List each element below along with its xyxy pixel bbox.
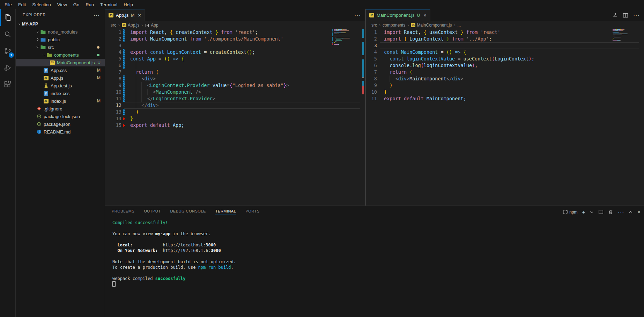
breadcrumb-separator: › (118, 23, 120, 28)
line-number: 6 (108, 62, 121, 69)
tree-item-node-modules[interactable]: node_modules (16, 28, 105, 36)
open-changes-icon[interactable] (612, 12, 618, 18)
breadcrumb-components[interactable]: components (383, 23, 405, 28)
tree-item--gitignore[interactable]: .gitignore (16, 105, 105, 113)
tree-item-package-lock-json[interactable]: package-lock.json (16, 113, 105, 120)
tree-item-index-js[interactable]: JSindex.jsM (16, 97, 105, 105)
git-status-badge: U (97, 60, 101, 65)
line-number: 6 (366, 62, 377, 69)
minimap[interactable] (334, 29, 360, 45)
git-modified-gutter (123, 75, 125, 102)
info-file-icon (36, 129, 42, 135)
activity-explorer-button[interactable] (0, 9, 15, 26)
terminal-output[interactable]: Compiled successfully!You can now view m… (105, 220, 644, 317)
breadcrumbs-right[interactable]: src›components›JSMainComponent.js›... (366, 21, 644, 29)
terminal-shell-item[interactable]: npm (563, 209, 577, 215)
breadcrumb-app[interactable]: App (145, 23, 158, 28)
code-line-15: 15export default App; (105, 122, 365, 129)
activity-run-debug-button[interactable] (0, 59, 15, 76)
folder-file-icon (40, 44, 46, 50)
tree-item-index-css[interactable]: #index.css (16, 89, 105, 97)
tab-app-js[interactable]: JS App.js M × (105, 9, 145, 21)
tree-item-app-js[interactable]: JSApp.jsM (16, 74, 105, 82)
tree-item-app-test-js[interactable]: App.test.js (16, 82, 105, 89)
menu-go[interactable]: Go (70, 0, 82, 9)
more-actions-icon[interactable]: ··· (633, 12, 640, 19)
line-number: 7 (366, 69, 377, 75)
line-number: 11 (366, 95, 377, 102)
code-line-2: 2import { LoginContext } from '../App'; (366, 36, 644, 42)
panel-tab-problems[interactable]: PROBLEMS (112, 209, 134, 215)
breadcrumb--[interactable]: ... (457, 23, 461, 28)
more-actions-icon[interactable]: ··· (354, 12, 361, 19)
activity-source-control-button[interactable]: 7 (0, 43, 15, 59)
more-actions-icon[interactable]: ··· (618, 209, 624, 215)
menu-run[interactable]: Run (82, 0, 97, 9)
new-terminal-icon[interactable]: + (582, 209, 585, 215)
chevron-down-icon (35, 45, 40, 49)
split-terminal-icon[interactable] (598, 209, 604, 215)
editor-app-js[interactable]: 1import React, { createContext } from 'r… (105, 29, 365, 206)
terminal-line: webpack compiled successfully (112, 276, 186, 281)
git-deleted-marker (123, 124, 125, 127)
menu-edit[interactable]: Edit (15, 0, 29, 9)
breadcrumb-maincomponent-js[interactable]: JSMainComponent.js (411, 23, 452, 28)
js-file-icon: JS (49, 60, 55, 65)
menu-selection[interactable]: Selection (29, 0, 54, 9)
activity-search-button[interactable] (0, 26, 15, 43)
panel-tab-ports[interactable]: PORTS (245, 209, 259, 215)
chevron-right-icon (35, 30, 40, 34)
tab-maincomponent-js[interactable]: JS MainComponent.js U × (366, 9, 430, 21)
code-line-2: 2import MainComponent from './components… (105, 36, 365, 42)
kill-terminal-icon[interactable] (608, 209, 613, 215)
menu-terminal[interactable]: Terminal (97, 0, 120, 9)
code-line-9: 9 <LoginContext.Provider value={"Logined… (105, 82, 365, 89)
panel-tab-terminal[interactable]: TERMINAL (215, 209, 236, 215)
menu-view[interactable]: View (54, 0, 70, 9)
maximize-panel-icon[interactable] (629, 210, 633, 214)
tree-item-src[interactable]: src (16, 43, 105, 51)
activity-extensions-button[interactable] (0, 76, 15, 93)
tree-item-components[interactable]: components (16, 51, 105, 59)
menu-help[interactable]: Help (120, 0, 136, 9)
test-file-icon (43, 83, 49, 88)
breadcrumb-separator: › (407, 23, 409, 28)
tree-item-app-css[interactable]: #App.cssM (16, 66, 105, 74)
terminal-icon (563, 209, 568, 215)
split-editor-icon[interactable] (623, 13, 628, 18)
line-number: 3 (108, 42, 121, 49)
breadcrumb-src[interactable]: src (111, 23, 116, 28)
js-file-icon: JS (43, 75, 49, 81)
file-name: App.js (51, 75, 63, 81)
git-status-dot (97, 46, 99, 49)
minimap[interactable] (613, 29, 638, 41)
line-number: 5 (108, 56, 121, 62)
code-line-10: 10} (366, 89, 644, 95)
file-name: App.css (51, 68, 67, 73)
panel-tab-output[interactable]: OUTPUT (144, 209, 161, 215)
breadcrumb-src[interactable]: src (371, 23, 377, 28)
git-modified-gutter (123, 109, 125, 115)
close-icon[interactable]: × (423, 13, 427, 18)
menu-file[interactable]: File (1, 0, 15, 9)
panel-tab-debug-console[interactable]: DEBUG CONSOLE (170, 209, 206, 215)
tree-item-maincomponent-js[interactable]: JSMainComponent.jsU (16, 59, 105, 66)
tree-item-readme-md[interactable]: README.md (16, 128, 105, 136)
tree-item-public[interactable]: public (16, 36, 105, 43)
tree-item-package-json[interactable]: package.json (16, 120, 105, 128)
workspace-section-header[interactable]: MY-APP (16, 20, 105, 28)
line-number: 10 (108, 89, 121, 95)
code-line-4: 4export const LoginContext = createConte… (105, 49, 365, 56)
breadcrumb-separator: › (454, 23, 455, 28)
close-panel-icon[interactable]: × (637, 209, 641, 215)
explorer-more-actions-icon[interactable]: ··· (94, 12, 100, 18)
breadcrumb-app-js[interactable]: JSApp.js (122, 23, 139, 28)
chevron-down-icon[interactable] (590, 210, 594, 214)
run-debug-icon (3, 64, 12, 72)
close-icon[interactable]: × (138, 13, 141, 18)
editor-maincomponent-js[interactable]: 1import React, { useContext } from 'reac… (366, 29, 644, 206)
breadcrumbs-left[interactable]: src›JSApp.js›App (105, 21, 365, 29)
overview-ruler (362, 29, 364, 206)
code-line-9: 9 ) (366, 82, 644, 89)
terminal-line: To create a production build, use npm ru… (112, 265, 234, 270)
